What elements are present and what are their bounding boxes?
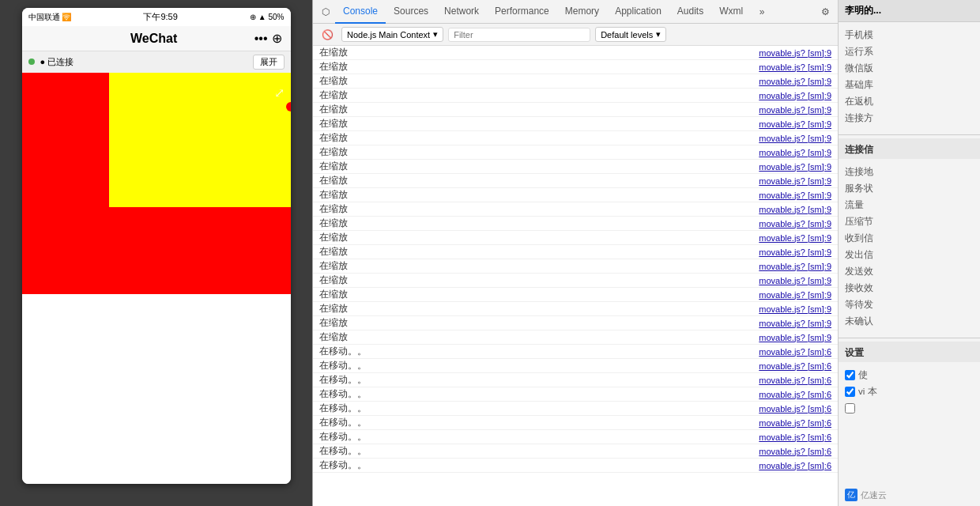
settings-icon[interactable]: ⊕ (272, 31, 282, 46)
clear-console-button[interactable]: 🚫 (318, 25, 337, 44)
tab-console[interactable]: Console (335, 0, 386, 24)
zoom-icon[interactable]: ⤢ (274, 85, 285, 100)
console-source-link[interactable]: movable.js? [sm]:9 (759, 276, 831, 285)
more-dots[interactable]: ••• (254, 32, 268, 46)
console-source-link[interactable]: movable.js? [sm]:9 (759, 205, 831, 214)
console-row: 在缩放movable.js? [sm]:9 (313, 46, 838, 60)
console-output: 在缩放movable.js? [sm]:9在缩放movable.js? [sm]… (313, 46, 838, 506)
connected-bar: ● 已连接 展开 (22, 51, 291, 73)
tab-console-label: Console (343, 6, 378, 17)
device-info-item-lib[interactable]: 基础库 (845, 77, 974, 93)
console-row: 在缩放movable.js? [sm]:9 (313, 274, 838, 288)
inspector-icon: ⬡ (322, 6, 330, 17)
console-message: 在缩放 (319, 331, 752, 343)
conn-item-9: 未确认 (845, 313, 974, 330)
console-row: 在缩放movable.js? [sm]:9 (313, 259, 838, 274)
console-message: 在缩放 (319, 203, 752, 215)
console-source-link[interactable]: movable.js? [sm]:9 (759, 62, 831, 72)
console-source-link[interactable]: movable.js? [sm]:9 (759, 319, 831, 328)
phone-frame: 中国联通 🛜 下午9:59 ⊕ ▲ 50% WeChat ••• ⊕ ● 已连接… (22, 8, 291, 484)
console-source-link[interactable]: movable.js? [sm]:9 (759, 91, 831, 100)
console-source-link[interactable]: movable.js? [sm]:9 (759, 48, 831, 58)
console-message: 在移动。。 (319, 402, 752, 414)
console-source-link[interactable]: movable.js? [sm]:9 (759, 105, 831, 115)
console-row: 在移动。。movable.js? [sm]:6 (313, 373, 838, 387)
console-source-link[interactable]: movable.js? [sm]:9 (759, 191, 831, 200)
tab-application[interactable]: Application (607, 0, 669, 24)
console-row: 在移动。。movable.js? [sm]:6 (313, 459, 838, 473)
checkbox-1[interactable] (845, 387, 855, 397)
console-message: 在缩放 (319, 160, 752, 172)
device-info-item-wechat[interactable]: 微信版 (845, 60, 974, 77)
checkbox-row-2 (845, 400, 974, 416)
console-source-link[interactable]: movable.js? [sm]:9 (759, 176, 831, 186)
clear-icon: 🚫 (322, 29, 334, 40)
device-info-item-runtime[interactable]: 运行系 (845, 43, 974, 60)
inspector-icon-btn[interactable]: ⬡ (316, 2, 335, 21)
console-message: 在缩放 (319, 118, 752, 130)
device-info-item-return[interactable]: 在返机 (845, 93, 974, 110)
console-row: 在缩放movable.js? [sm]:9 (313, 160, 838, 174)
console-row: 在移动。。movable.js? [sm]:6 (313, 416, 838, 430)
phone-status-bar: 中国联通 🛜 下午9:59 ⊕ ▲ 50% (22, 8, 291, 26)
tab-audits[interactable]: Audits (669, 0, 711, 24)
tab-memory-label: Memory (565, 6, 599, 17)
console-source-link[interactable]: movable.js? [sm]:6 (759, 432, 831, 442)
console-source-link[interactable]: movable.js? [sm]:9 (759, 219, 831, 228)
console-source-link[interactable]: movable.js? [sm]:6 (759, 447, 831, 456)
log-level-selector[interactable]: Default levels ▾ (595, 27, 666, 42)
console-source-link[interactable]: movable.js? [sm]:9 (759, 290, 831, 300)
gear-icon: ⚙ (821, 6, 830, 17)
more-tabs-icon: » (760, 6, 765, 17)
console-source-link[interactable]: movable.js? [sm]:6 (759, 390, 831, 399)
console-row: 在移动。。movable.js? [sm]:6 (313, 345, 838, 359)
console-source-link[interactable]: movable.js? [sm]:6 (759, 347, 831, 357)
console-source-link[interactable]: movable.js? [sm]:9 (759, 148, 831, 157)
console-source-link[interactable]: movable.js? [sm]:9 (759, 304, 831, 314)
console-row: 在缩放movable.js? [sm]:9 (313, 231, 838, 245)
console-message: 在缩放 (319, 260, 752, 272)
console-source-link[interactable]: movable.js? [sm]:9 (759, 77, 831, 86)
context-selector[interactable]: Node.js Main Context ▾ (341, 27, 443, 42)
tab-performance[interactable]: Performance (487, 0, 557, 24)
chevron-down-icon: ▾ (656, 29, 661, 40)
console-source-link[interactable]: movable.js? [sm]:9 (759, 262, 831, 271)
checkbox-2[interactable] (845, 403, 855, 413)
checkbox-label-0: 使 (858, 369, 868, 381)
connected-dot (28, 59, 35, 65)
context-label: Node.js Main Context (347, 30, 430, 40)
console-source-link[interactable]: movable.js? [sm]:9 (759, 233, 831, 243)
console-source-link[interactable]: movable.js? [sm]:9 (759, 247, 831, 257)
devtools-settings-button[interactable]: ⚙ (816, 2, 835, 21)
more-tabs-button[interactable]: » (752, 2, 771, 21)
watermark-icon: 亿 (845, 489, 858, 501)
console-message: 在移动。。 (319, 374, 752, 386)
expand-button[interactable]: 展开 (253, 55, 285, 70)
console-message: 在缩放 (319, 175, 752, 187)
device-info-item-phone[interactable]: 手机模 (845, 27, 974, 43)
console-source-link[interactable]: movable.js? [sm]:9 (759, 134, 831, 143)
tab-wxml[interactable]: Wxml (711, 0, 751, 24)
console-source-link[interactable]: movable.js? [sm]:9 (759, 162, 831, 172)
connected-label: ● 已连接 (28, 56, 74, 68)
console-source-link[interactable]: movable.js? [sm]:6 (759, 418, 831, 428)
console-row: 在缩放movable.js? [sm]:9 (313, 330, 838, 345)
console-row: 在移动。。movable.js? [sm]:6 (313, 359, 838, 373)
checkbox-0[interactable] (845, 370, 855, 380)
tab-network[interactable]: Network (436, 0, 487, 24)
console-source-link[interactable]: movable.js? [sm]:6 (759, 361, 831, 371)
console-row: 在缩放movable.js? [sm]:9 (313, 74, 838, 89)
tab-sources[interactable]: Sources (386, 0, 436, 24)
console-row: 在缩放movable.js? [sm]:9 (313, 245, 838, 259)
phone-simulator-panel: 中国联通 🛜 下午9:59 ⊕ ▲ 50% WeChat ••• ⊕ ● 已连接… (0, 0, 312, 506)
console-source-link[interactable]: movable.js? [sm]:6 (759, 461, 831, 470)
console-source-link[interactable]: movable.js? [sm]:6 (759, 404, 831, 413)
console-source-link[interactable]: movable.js? [sm]:9 (759, 119, 831, 129)
console-source-link[interactable]: movable.js? [sm]:6 (759, 376, 831, 385)
tab-performance-label: Performance (495, 6, 549, 17)
filter-input[interactable] (448, 28, 590, 42)
console-message: 在缩放 (319, 217, 752, 229)
device-info-item-connect[interactable]: 连接方 (845, 110, 974, 126)
console-source-link[interactable]: movable.js? [sm]:9 (759, 333, 831, 342)
tab-memory[interactable]: Memory (557, 0, 607, 24)
